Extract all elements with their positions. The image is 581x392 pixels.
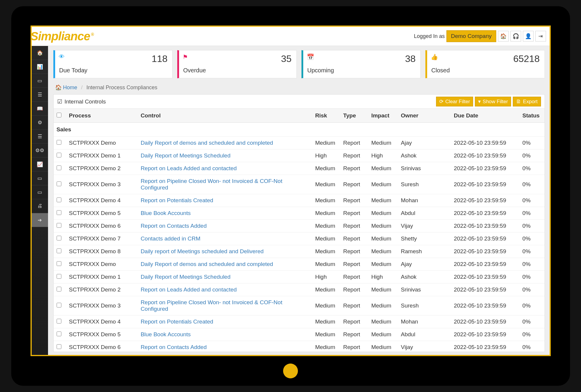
row-checkbox[interactable]: [57, 236, 61, 240]
show-filter-button[interactable]: ▾Show Filter: [475, 97, 511, 106]
row-checkbox[interactable]: [57, 223, 61, 228]
th-control[interactable]: Control: [138, 109, 312, 123]
control-link[interactable]: Report on Pipeline Closed Won- not Invoi…: [141, 178, 282, 191]
control-link[interactable]: Report on Pipeline Closed Won- not Invoi…: [141, 299, 282, 312]
cell-process: SCTPRXXX Demo 4: [66, 315, 138, 328]
clear-filter-button[interactable]: ⟳Clear Filter: [436, 97, 473, 106]
table-row: SCTPRXXX Demo 5Blue Book AccountsMediumR…: [54, 207, 545, 220]
support-icon[interactable]: 🎧: [510, 31, 521, 42]
cell-owner: Ashok: [398, 271, 451, 283]
row-checkbox[interactable]: [57, 153, 61, 157]
topbar-right: Logged In as Demo Company 🏠 🎧 👤 ⇥: [414, 30, 546, 42]
control-link[interactable]: Daily Report of Meetings Scheduled: [141, 152, 230, 159]
kpi-icon: 📅: [307, 53, 314, 60]
sidebar-gears-icon[interactable]: ⚙⚙: [32, 144, 48, 157]
control-link[interactable]: Daily Report of Meetings Scheduled: [141, 274, 230, 280]
cell-risk: High: [312, 149, 340, 162]
sidebar-list2-icon[interactable]: ☰: [32, 130, 48, 144]
row-checkbox[interactable]: [57, 248, 61, 253]
th-impact[interactable]: Impact: [368, 109, 398, 123]
kpi-card-due today[interactable]: 👁118Due Today: [53, 50, 173, 78]
table-scroll[interactable]: Process Control Risk Type Impact Owner D…: [54, 109, 545, 352]
row-checkbox[interactable]: [57, 319, 61, 324]
cell-impact: Medium: [368, 315, 398, 328]
control-link[interactable]: Report on Contacts Added: [141, 223, 207, 229]
th-risk[interactable]: Risk: [312, 109, 340, 123]
th-process[interactable]: Process: [66, 109, 138, 123]
home-icon[interactable]: 🏠: [498, 31, 509, 42]
row-checkbox[interactable]: [57, 261, 61, 266]
cell-risk: High: [312, 271, 340, 283]
cell-risk: Medium: [312, 207, 340, 220]
sidebar-card-icon[interactable]: ▭: [32, 171, 48, 185]
sidebar-dashboard-icon[interactable]: 📊: [32, 60, 48, 74]
control-link[interactable]: Report on Leads Added and contacted: [141, 165, 237, 171]
row-checkbox[interactable]: [57, 181, 61, 186]
kpi-label: Overdue: [183, 67, 291, 74]
sidebar-chart-icon[interactable]: 📈: [32, 157, 48, 171]
user-icon[interactable]: 👤: [523, 31, 534, 42]
control-link[interactable]: Daily Report of demos and scheduled and …: [141, 140, 273, 146]
control-link[interactable]: Contacts added in CRM: [141, 235, 200, 242]
company-badge[interactable]: Demo Company: [446, 30, 496, 42]
kpi-value: 118: [152, 53, 167, 64]
row-checkbox[interactable]: [57, 197, 61, 202]
select-all-checkbox[interactable]: [57, 113, 61, 117]
cell-risk: Medium: [312, 328, 340, 341]
th-status[interactable]: Status: [519, 109, 544, 123]
row-checkbox[interactable]: [57, 165, 61, 170]
cell-type: Report: [340, 283, 368, 296]
cell-owner: Abdul: [398, 207, 451, 220]
device-home-button[interactable]: [283, 364, 298, 378]
kpi-icon: ⚑: [183, 53, 188, 60]
control-link[interactable]: Report on Leads Added and contacted: [141, 286, 237, 293]
row-checkbox[interactable]: [57, 332, 61, 336]
row-checkbox[interactable]: [57, 344, 61, 349]
row-checkbox[interactable]: [57, 303, 61, 307]
sidebar-book-icon[interactable]: 📖: [32, 102, 48, 116]
cell-risk: Medium: [312, 283, 340, 296]
th-owner[interactable]: Owner: [398, 109, 451, 123]
cell-impact: Medium: [368, 283, 398, 296]
show-filter-label: Show Filter: [483, 99, 508, 105]
sidebar-gear-icon[interactable]: ⚙: [32, 116, 48, 130]
table-row: SCTPRXXX Demo 1Daily Report of Meetings …: [54, 271, 545, 283]
cell-status: 0%: [519, 220, 544, 232]
kpi-card-closed[interactable]: 👍65218Closed: [425, 50, 545, 78]
cell-process: SCTPRXXX Demo 7: [66, 232, 138, 245]
cell-risk: Medium: [312, 341, 340, 352]
breadcrumb-sep: /: [81, 85, 83, 90]
export-button[interactable]: 🗎Export: [513, 97, 541, 106]
row-checkbox[interactable]: [57, 210, 61, 215]
cell-process: SCTPRXXX Demo: [66, 137, 138, 149]
breadcrumb-home[interactable]: Home: [63, 85, 77, 90]
control-link[interactable]: Blue Book Accounts: [141, 210, 191, 216]
kpi-card-overdue[interactable]: ⚑35Overdue: [177, 50, 297, 78]
cell-due: 2022-05-10 23:59:59: [451, 271, 519, 283]
control-link[interactable]: Report on Potentials Created: [141, 197, 213, 203]
control-link[interactable]: Daily Report of demos and scheduled and …: [141, 261, 273, 267]
sidebar-arrow-icon[interactable]: ➔: [32, 213, 48, 227]
cell-owner: Abdul: [398, 328, 451, 341]
control-link[interactable]: Report on Contacts Added: [141, 344, 207, 350]
row-checkbox[interactable]: [57, 140, 61, 145]
sidebar-home-icon[interactable]: 🏠: [32, 46, 48, 60]
control-link[interactable]: Blue Book Accounts: [141, 331, 191, 337]
cell-due: 2022-05-10 23:59:59: [451, 232, 519, 245]
sidebar-print-icon[interactable]: 🖨: [32, 199, 48, 213]
th-type[interactable]: Type: [340, 109, 368, 123]
th-due[interactable]: Due Date: [451, 109, 519, 123]
table-row: SCTPRXXX Demo 7Contacts added in CRMMedi…: [54, 232, 545, 245]
kpi-card-upcoming[interactable]: 📅38Upcoming: [301, 50, 421, 78]
row-checkbox[interactable]: [57, 287, 61, 291]
control-link[interactable]: Daily report of Meetings scheduled and D…: [141, 248, 264, 254]
row-checkbox[interactable]: [57, 274, 61, 279]
cell-process: SCTPRXXX Demo 2: [66, 162, 138, 175]
logout-icon[interactable]: ⇥: [535, 31, 546, 42]
sidebar-doc-icon[interactable]: ▭: [32, 74, 48, 88]
cell-status: 0%: [519, 175, 544, 194]
sidebar-card2-icon[interactable]: ▭: [32, 185, 48, 199]
control-link[interactable]: Report on Potentials Created: [141, 318, 213, 325]
sidebar-list-icon[interactable]: ☰: [32, 88, 48, 102]
cell-owner: Ajay: [398, 137, 451, 149]
